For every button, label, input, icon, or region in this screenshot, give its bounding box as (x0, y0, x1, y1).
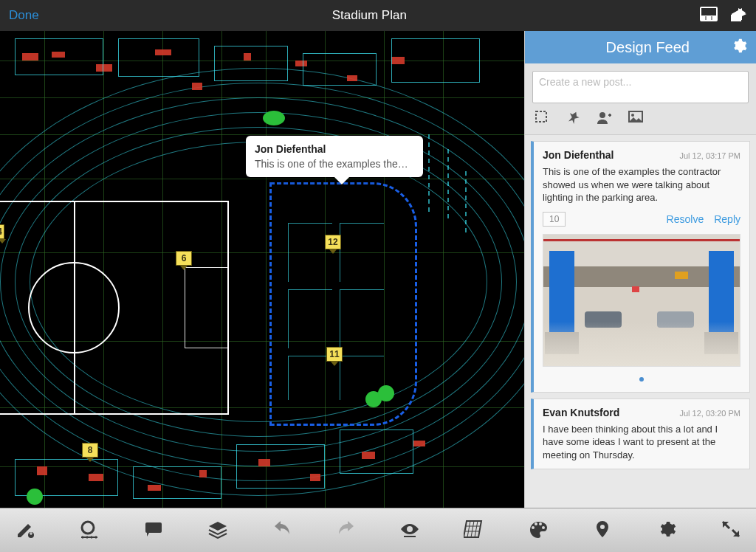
panel-header: Design Feed (525, 31, 756, 63)
marker-label: 12 (325, 235, 341, 249)
done-button[interactable]: Done (9, 8, 39, 23)
top-bar: Done Stadium Plan (0, 0, 756, 31)
resolve-button[interactable]: Resolve (667, 213, 704, 225)
palette-icon[interactable] (528, 520, 549, 542)
design-feed-panel: Design Feed Create a new post... Jon Die… (524, 31, 756, 508)
post-author: Evan Knutsford (543, 407, 619, 418)
svg-point-8 (631, 114, 634, 117)
svg-rect-5 (536, 111, 546, 122)
drawing-viewport[interactable]: 4 6 12 11 8 Jon Diefenthal This is one o… (0, 31, 524, 508)
svg-rect-11 (145, 522, 162, 533)
location-icon[interactable] (592, 520, 613, 542)
callout-author: Jon Diefenthal (255, 143, 414, 155)
settings-icon[interactable] (656, 520, 677, 542)
marker-label: 8 (82, 443, 98, 458)
callout-snippet: This is one of the examples the… (255, 158, 414, 170)
share-icon[interactable] (729, 7, 747, 24)
redo-icon[interactable] (336, 520, 357, 542)
svg-point-6 (599, 112, 605, 118)
add-user-icon[interactable] (597, 111, 612, 127)
post-time: Jul 12, 03:20 PM (679, 409, 740, 418)
feed-list[interactable]: Jon Diefenthal Jul 12, 03:17 PM This is … (525, 135, 756, 508)
feed-marker-dot[interactable] (263, 111, 285, 125)
marker-label: 6 (176, 251, 192, 266)
pin-icon[interactable] (566, 111, 581, 127)
undo-icon[interactable] (272, 520, 292, 542)
comment-callout[interactable]: Jon Diefenthal This is one of the exampl… (246, 136, 423, 177)
markup-tool-icon[interactable] (15, 520, 35, 542)
feed-post[interactable]: Jon Diefenthal Jul 12, 03:17 PM This is … (531, 141, 750, 393)
map-marker[interactable]: 12 (325, 235, 341, 254)
visibility-icon[interactable] (399, 520, 420, 542)
map-marker[interactable]: 4 (0, 224, 10, 244)
comment-tool-icon[interactable] (143, 520, 164, 542)
svg-rect-1 (701, 15, 717, 21)
compose-input[interactable]: Create a new post... (532, 71, 749, 103)
feed-post[interactable]: Evan Knutsford Jul 12, 03:20 PM I have b… (531, 399, 750, 470)
select-area-icon[interactable] (535, 111, 550, 127)
bottom-toolbar (0, 508, 756, 552)
compose-area: Create a new post... (525, 63, 756, 135)
poster-view-icon[interactable] (700, 7, 718, 24)
measure-tool-icon[interactable] (79, 520, 100, 542)
post-author: Jon Diefenthal (543, 149, 614, 161)
panel-title: Design Feed (534, 39, 722, 56)
svg-point-10 (82, 522, 94, 534)
gear-icon[interactable] (731, 38, 747, 57)
post-count[interactable]: 10 (543, 212, 566, 227)
map-marker[interactable]: 11 (326, 347, 343, 366)
reply-button[interactable]: Reply (714, 213, 740, 225)
grid-icon[interactable] (464, 520, 484, 542)
image-icon[interactable] (628, 111, 643, 127)
map-marker[interactable]: 8 (82, 443, 98, 462)
fullscreen-icon[interactable] (721, 520, 741, 542)
carousel-dots (543, 371, 740, 384)
cad-drawing (0, 31, 524, 508)
layers-icon[interactable] (207, 520, 228, 542)
post-body: This is one of the examples the contract… (543, 165, 740, 204)
map-marker[interactable]: 6 (176, 251, 192, 270)
post-time: Jul 12, 03:17 PM (679, 151, 740, 160)
feed-marker-dot[interactable] (27, 489, 43, 505)
marker-label: 4 (0, 224, 4, 239)
post-attachment[interactable] (543, 234, 740, 384)
post-body: I have been thinking about this a lot an… (543, 423, 740, 462)
feed-marker-dot[interactable] (378, 385, 394, 401)
marker-label: 11 (326, 347, 343, 362)
page-title: Stadium Plan (332, 8, 407, 23)
